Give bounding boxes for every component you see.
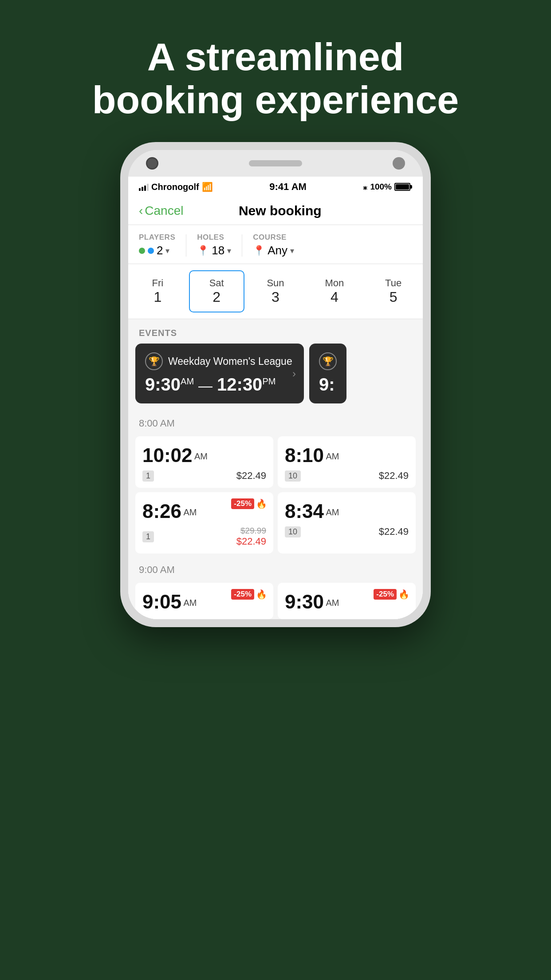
date-number: 4 [331,289,338,305]
date-tue-5[interactable]: Tue 5 [366,270,421,312]
fire-icon-3: 🔥 [398,589,409,600]
filters-row: PLAYERS 2 ▾ HOLES 📍 18 [128,225,423,264]
players-chevron-icon: ▾ [165,246,169,256]
holes-chevron-icon: ▾ [227,246,231,256]
date-sun-3[interactable]: Sun 3 [248,270,303,312]
discount-badges-905: -25% 🔥 [231,589,267,600]
tee-bottom: 10 $22.49 [285,526,409,537]
events-scroll: 🏆 Weekday Women's League 9:30AM — 12:30P… [128,344,423,411]
page-title: New booking [184,203,377,218]
holes-value-row: 📍 18 ▾ [197,244,231,257]
date-number: 1 [154,289,162,305]
carrier-name: Chronogolf [151,182,199,192]
date-mon-4[interactable]: Mon 4 [307,270,362,312]
battery-icon [394,183,412,191]
fire-icon-2: 🔥 [256,589,267,600]
tee-price: $22.49 [379,470,409,482]
event-partial-time: 9: [319,375,337,395]
tee-bottom: 10 $22.49 [285,470,409,482]
tee-time-value: 8:34 [285,500,324,522]
date-fri-1[interactable]: Fri 1 [130,270,185,312]
tee-ampm: AM [184,598,197,608]
tee-grid-9am: 9:05 AM -25% 🔥 9:30 AM [128,579,423,619]
date-day-label: Tue [385,277,401,289]
tee-time-value: 8:10 [285,444,324,466]
players-count: 2 [157,244,163,257]
tee-card-905[interactable]: 9:05 AM -25% 🔥 [135,583,273,619]
date-day-label: Sat [209,277,224,289]
separator-2 [242,234,242,257]
hero-title: A streamlined booking experience [76,36,475,122]
tee-ampm: AM [194,451,208,461]
tee-card-1002[interactable]: 10:02 AM 1 $22.49 [135,436,273,488]
holes-selector[interactable]: HOLES 📍 18 ▾ [197,233,231,257]
course-chevron-icon: ▾ [290,246,294,256]
course-selector[interactable]: COURSE 📍 Any ▾ [253,233,294,257]
event-card-1[interactable]: 🏆 Weekday Women's League 9:30AM — 12:30P… [135,344,304,403]
time-header-8am: 8:00 AM [128,411,423,433]
discount-badge: -25% [231,589,254,600]
tee-ampm: AM [326,598,339,608]
tee-ampm: AM [326,507,339,517]
discount-badge: -25% [231,498,254,509]
cancel-button[interactable]: ‹ Cancel [139,204,184,218]
date-number: 2 [213,289,220,305]
hole-pin-icon: 📍 [197,245,209,257]
speaker [249,160,302,166]
date-sat-2[interactable]: Sat 2 [189,270,244,312]
event-end-time: 12:30PM [217,375,276,395]
tee-time-display: 8:10 AM [285,444,409,466]
original-price: $29.99 [236,526,266,536]
separator [186,234,186,257]
tee-time-value: 9:30 [285,591,324,612]
tee-card-930[interactable]: 9:30 AM -25% 🔥 [278,583,416,619]
course-value: Any [268,244,287,257]
tee-hole-badge: 1 [142,470,154,482]
tee-hole-badge: 1 [142,531,154,542]
discount-badges-930: -25% 🔥 [374,589,409,600]
camera [146,157,158,170]
tee-card-810[interactable]: 8:10 AM 10 $22.49 [278,436,416,488]
tee-card-826[interactable]: 8:26 AM -25% 🔥 1 $29.99 $22.49 [135,492,273,553]
tee-time-display: 8:34 AM [285,500,409,522]
nav-bar: ‹ Cancel New booking [128,197,423,225]
course-value-row: 📍 Any ▾ [253,244,294,257]
tee-ampm: AM [326,451,339,461]
events-section-header: EVENTS [128,319,423,344]
signal-icon [139,183,149,191]
tee-bottom: 1 $29.99 $22.49 [142,526,266,547]
time-header-9am: 9:00 AM [128,557,423,579]
date-picker-row: Fri 1 Sat 2 Sun 3 Mon 4 [128,264,423,319]
event-name: Weekday Women's League [168,356,292,368]
tee-time-value: 8:26 [142,500,181,522]
tee-price: $22.49 [379,526,409,537]
back-chevron-icon: ‹ [139,204,143,218]
status-right: ⁎ 100% [363,182,412,192]
phone-frame: Chronogolf 📶 9:41 AM ⁎ 100% [120,142,431,627]
date-day-label: Sun [267,277,284,289]
players-selector[interactable]: PLAYERS 2 ▾ [139,233,175,257]
date-number: 3 [272,289,279,305]
event-title-row-2: 🏆 [319,352,337,370]
event-start-time: 9:30AM [145,375,194,395]
event-title-row: 🏆 Weekday Women's League [145,352,294,370]
date-day-label: Fri [152,277,164,289]
tee-time-display: 10:02 AM [142,444,266,466]
battery-percent: 100% [370,182,392,192]
tee-time-value: 9:05 [142,591,181,612]
discounted-price: $22.49 [236,536,266,547]
phone-top-bar [128,150,423,177]
wifi-icon: 📶 [202,182,213,192]
tee-hole-badge: 10 [285,470,301,482]
cancel-label[interactable]: Cancel [145,204,183,218]
tee-card-834[interactable]: 8:34 AM 10 $22.49 [278,492,416,553]
tee-price: $22.49 [236,470,266,482]
date-day-label: Mon [325,277,344,289]
course-pin-icon: 📍 [253,245,265,257]
tee-grid-8am: 10:02 AM 1 $22.49 8:10 AM [128,433,423,557]
trophy-icon: 🏆 [145,352,163,370]
discount-badges: -25% 🔥 [231,498,267,509]
trophy-icon-2: 🏆 [319,352,337,370]
tee-hole-badge: 10 [285,526,301,537]
bluetooth-icon: ⁎ [363,182,367,192]
